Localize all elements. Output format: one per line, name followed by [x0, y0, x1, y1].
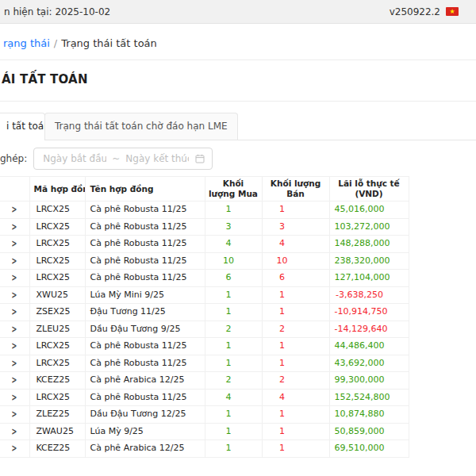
settlement-table: Mã hợp đồng Tên hợp đồng Khối lượng Mua … [0, 176, 409, 458]
pnl-cell: 99,300,000 [329, 372, 409, 390]
expand-cell: > [0, 355, 29, 372]
table-row[interactable]: > XWU25 Lúa Mỳ Mini 9/25 1 1 -3,638,250 [0, 286, 409, 304]
table-row[interactable]: > LRCX25 Cà phê Robusta 11/25 1 1 45,016… [0, 202, 409, 219]
buy-volume-cell: 1 [205, 406, 262, 424]
pnl-cell: 148,288,000 [329, 236, 409, 253]
table-row[interactable]: > ZLEZ25 Dầu Đậu Tương 12/25 1 1 10,874,… [0, 406, 409, 424]
table-header-row: Mã hợp đồng Tên hợp đồng Khối lượng Mua … [0, 177, 409, 202]
pnl-cell: 44,486,400 [329, 338, 409, 355]
pnl-cell: 238,320,000 [329, 252, 409, 270]
contract-code-cell: LRCX25 [29, 202, 85, 219]
contract-code-cell: ZWAU25 [29, 423, 85, 440]
expand-cell: > [0, 440, 29, 458]
pnl-cell: 127,104,000 [329, 270, 409, 287]
expand-chevron-icon[interactable]: > [12, 202, 17, 219]
expand-chevron-icon[interactable]: > [12, 270, 17, 287]
table-row[interactable]: > LRCX25 Cà phê Robusta 11/25 3 3 103,27… [0, 218, 409, 236]
sell-volume-cell: 1 [262, 304, 329, 321]
buy-volume-cell: 1 [205, 304, 262, 321]
expand-cell: > [0, 218, 29, 236]
calendar-icon [195, 154, 205, 163]
contract-code-cell: LRCX25 [29, 355, 85, 372]
table-row[interactable]: > LRCX25 Cà phê Robusta 11/25 4 4 148,28… [0, 236, 409, 253]
table-row[interactable]: > LRCX25 Cà phê Robusta 11/25 10 10 238,… [0, 252, 409, 270]
expand-chevron-icon[interactable]: > [12, 406, 17, 424]
expand-cell: > [0, 321, 29, 338]
buy-volume-cell: 1 [205, 286, 262, 304]
star-icon: ★ [449, 9, 455, 15]
expand-chevron-icon[interactable]: > [12, 236, 17, 253]
expand-chevron-icon[interactable]: > [12, 304, 17, 321]
contract-name-cell: Lúa Mỳ 9/25 [85, 423, 205, 440]
column-header-pnl: Lãi lỗ thực tế (VND) [329, 177, 409, 202]
expand-chevron-icon[interactable]: > [12, 355, 17, 372]
table-row[interactable]: > LRCX25 Cà phê Robusta 11/25 4 4 152,52… [0, 389, 409, 406]
breadcrumb-link-status[interactable]: rạng thái [3, 37, 50, 49]
end-date-input[interactable] [124, 152, 190, 165]
table-body: > LRCX25 Cà phê Robusta 11/25 1 1 45,016… [0, 202, 409, 458]
buy-volume-cell: 4 [205, 389, 262, 406]
sell-volume-cell: 1 [262, 338, 329, 355]
contract-name-cell: Dầu Đậu Tương 12/25 [85, 406, 205, 424]
table-row[interactable]: > LRCX25 Cà phê Robusta 11/25 6 6 127,10… [0, 270, 409, 287]
contract-name-cell: Dầu Đậu Tương 9/25 [85, 321, 205, 338]
expand-chevron-icon[interactable]: > [12, 423, 17, 440]
contract-name-cell: Cà phê Robusta 11/25 [85, 270, 205, 287]
table-row[interactable]: > LRCX25 Cà phê Robusta 11/25 1 1 44,486… [0, 338, 409, 355]
pnl-cell: -3,638,250 [329, 286, 409, 304]
expand-chevron-icon[interactable]: > [12, 440, 17, 458]
contract-code-cell: LRCX25 [29, 218, 85, 236]
sell-volume-cell: 4 [262, 389, 329, 406]
contract-code-cell: LRCX25 [29, 389, 85, 406]
divider-top [0, 60, 476, 60]
contract-code-cell: LRCX25 [29, 270, 85, 287]
vietnam-flag-icon: ★ [446, 7, 459, 16]
column-header-contract-name: Tên hợp đồng [85, 177, 205, 202]
expand-chevron-icon[interactable]: > [12, 252, 17, 270]
contract-name-cell: Cà phê Robusta 11/25 [85, 389, 205, 406]
expand-cell: > [0, 423, 29, 440]
tab-label: Trạng thái tất toán chờ đáo hạn LME [55, 121, 228, 132]
contract-code-cell: ZLEZ25 [29, 406, 85, 424]
contract-name-cell: Cà phê Robusta 11/25 [85, 236, 205, 253]
filter-row: ghép: ~ [0, 148, 213, 170]
pnl-cell: -14,129,640 [329, 321, 409, 338]
expand-cell: > [0, 372, 29, 390]
table-row[interactable]: > KCEZ25 Cà phê Arabica 12/25 2 2 99,300… [0, 372, 409, 390]
contract-code-cell: XWU25 [29, 286, 85, 304]
start-date-input[interactable] [41, 152, 108, 165]
expand-chevron-icon[interactable]: > [12, 218, 17, 236]
buy-volume-cell: 3 [205, 218, 262, 236]
sell-volume-cell: 2 [262, 321, 329, 338]
sell-volume-cell: 1 [262, 440, 329, 458]
buy-volume-cell: 1 [205, 423, 262, 440]
column-header-sell-volume: Khối lượng Bán [262, 177, 329, 202]
contract-name-cell: Cà phê Robusta 11/25 [85, 252, 205, 270]
contract-name-cell: Cà phê Robusta 11/25 [85, 202, 205, 219]
expand-chevron-icon[interactable]: > [12, 389, 17, 406]
table-row[interactable]: > ZLEU25 Dầu Đậu Tương 9/25 2 2 -14,129,… [0, 321, 409, 338]
contract-name-cell: Cà phê Robusta 11/25 [85, 355, 205, 372]
contract-name-cell: Lúa Mỳ Mini 9/25 [85, 286, 205, 304]
date-range-picker[interactable]: ~ [33, 148, 213, 170]
expand-cell: > [0, 202, 29, 219]
tab-settlement-status[interactable]: i tất toán [0, 113, 45, 140]
sell-volume-cell: 1 [262, 286, 329, 304]
table-row[interactable]: > ZSEX25 Đậu Tương 11/25 1 1 -10,914,750 [0, 304, 409, 321]
table-row[interactable]: > LRCX25 Cà phê Robusta 11/25 1 1 43,692… [0, 355, 409, 372]
tab-settlement-status-lme[interactable]: Trạng thái tất toán chờ đáo hạn LME [44, 113, 238, 140]
contract-name-cell: Cà phê Arabica 12/25 [85, 372, 205, 390]
contract-name-cell: Cà phê Arabica 12/25 [85, 440, 205, 458]
contract-code-cell: KCEZ25 [29, 440, 85, 458]
sell-volume-cell: 1 [262, 355, 329, 372]
expand-chevron-icon[interactable]: > [12, 338, 17, 355]
contract-code-cell: LRCX25 [29, 338, 85, 355]
expand-cell: > [0, 389, 29, 406]
expand-chevron-icon[interactable]: > [12, 286, 17, 304]
expand-cell: > [0, 338, 29, 355]
page-title: ÁI TẤT TOÁN [2, 72, 88, 86]
table-row[interactable]: > ZWAU25 Lúa Mỳ 9/25 1 1 50,859,000 [0, 423, 409, 440]
table-row[interactable]: > KCEZ25 Cà phê Arabica 12/25 1 1 69,510… [0, 440, 409, 458]
expand-chevron-icon[interactable]: > [12, 321, 17, 338]
expand-chevron-icon[interactable]: > [12, 372, 17, 390]
